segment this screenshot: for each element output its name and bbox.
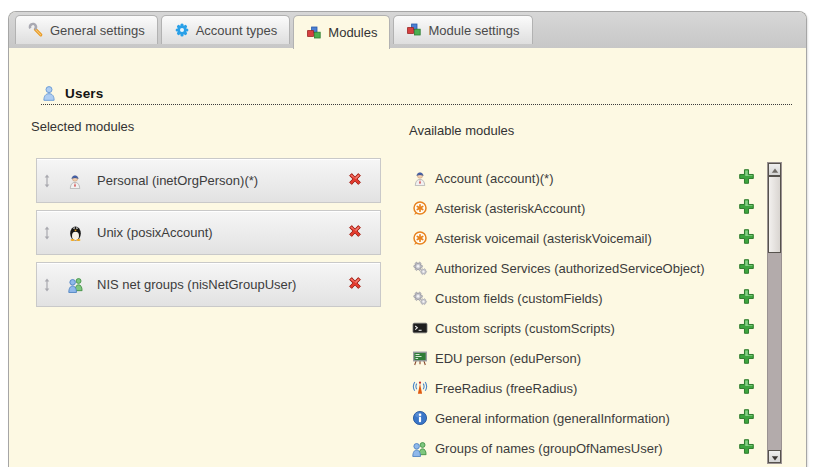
drag-handle-icon[interactable] <box>42 278 52 292</box>
add-module-button[interactable] <box>738 320 755 337</box>
selected-modules-list: Personal (inetOrgPerson)(*)Unix (posixAc… <box>36 158 381 314</box>
add-icon <box>738 168 755 188</box>
delete-icon <box>346 170 364 191</box>
add-icon <box>738 378 755 398</box>
chalkboard-icon <box>411 350 428 367</box>
tux-icon <box>64 223 86 243</box>
add-icon <box>738 408 755 428</box>
available-module-label: Asterisk (asteriskAccount) <box>435 201 734 216</box>
modules-config-page: General settingsAccount typesModulesModu… <box>0 0 816 467</box>
wrench-icon <box>28 22 44 38</box>
scroll-down-icon <box>771 448 779 466</box>
scroll-down-button[interactable] <box>768 450 781 463</box>
available-module-row: General information (generalInformation) <box>409 403 761 433</box>
available-module-row: Authorized Services (authorizedServiceOb… <box>409 253 761 283</box>
available-module-label: Authorized Services (authorizedServiceOb… <box>435 261 734 276</box>
person-cap-icon <box>411 170 428 187</box>
tab-label: General settings <box>50 23 145 38</box>
gear-icon <box>174 22 190 38</box>
tab-general-settings[interactable]: General settings <box>15 15 158 44</box>
info-icon <box>411 410 428 427</box>
section-title: Users <box>65 86 104 101</box>
person-cap-icon <box>64 171 86 191</box>
available-module-row: Groups of names (groupOfNamesUser) <box>409 433 761 463</box>
available-module-label: Custom fields (customFields) <box>435 291 734 306</box>
selected-module-row[interactable]: NIS net groups (nisNetGroupUser) <box>36 262 381 307</box>
selected-module-label: Personal (inetOrgPerson)(*) <box>97 173 346 188</box>
settings-panel: General settingsAccount typesModulesModu… <box>8 11 807 467</box>
add-module-button[interactable] <box>738 170 755 187</box>
add-module-button[interactable] <box>738 410 755 427</box>
gears-gray-icon <box>411 290 428 307</box>
available-module-label: Asterisk voicemail (asteriskVoicemail) <box>435 231 734 246</box>
asterisk-icon <box>411 230 428 247</box>
available-module-row: Custom fields (customFields) <box>409 283 761 313</box>
modules-icon <box>306 25 322 41</box>
add-module-button[interactable] <box>738 380 755 397</box>
scroll-up-button[interactable] <box>768 163 781 176</box>
users-pair-icon <box>64 275 86 295</box>
terminal-icon <box>411 320 428 337</box>
add-module-button[interactable] <box>738 440 755 457</box>
available-module-row: EDU person (eduPerson) <box>409 343 761 373</box>
available-modules-scrollbar[interactable] <box>767 162 782 464</box>
drag-handle-icon[interactable] <box>42 226 52 240</box>
delete-icon <box>346 222 364 243</box>
available-module-label: Custom scripts (customScripts) <box>435 321 734 336</box>
selected-modules-label: Selected modules <box>31 119 134 134</box>
available-module-row: FreeRadius (freeRadius) <box>409 373 761 403</box>
radius-icon <box>411 380 428 397</box>
tab-account-types[interactable]: Account types <box>161 15 291 44</box>
tab-bar: General settingsAccount typesModulesModu… <box>9 12 806 48</box>
add-module-button[interactable] <box>738 350 755 367</box>
add-module-button[interactable] <box>738 260 755 277</box>
available-module-label: General information (generalInformation) <box>435 411 734 426</box>
available-module-label: FreeRadius (freeRadius) <box>435 381 734 396</box>
delete-icon <box>346 274 364 295</box>
available-module-label: Account (account)(*) <box>435 171 734 186</box>
users-pair-icon <box>411 440 428 457</box>
drag-handle-icon[interactable] <box>42 174 52 188</box>
tab-modules[interactable]: Modules <box>293 15 390 49</box>
user-blue-icon <box>41 85 57 101</box>
add-module-button[interactable] <box>738 200 755 217</box>
tab-label: Modules <box>328 25 377 40</box>
add-module-button[interactable] <box>738 290 755 307</box>
available-module-label: EDU person (eduPerson) <box>435 351 734 366</box>
add-icon <box>738 438 755 458</box>
available-module-row: Account (account)(*) <box>409 163 761 193</box>
selected-module-label: NIS net groups (nisNetGroupUser) <box>97 277 346 292</box>
remove-module-button[interactable] <box>346 276 364 294</box>
asterisk-icon <box>411 200 428 217</box>
selected-module-row[interactable]: Unix (posixAccount) <box>36 210 381 255</box>
tab-module-settings[interactable]: Module settings <box>393 15 532 44</box>
available-module-row: Asterisk voicemail (asteriskVoicemail) <box>409 223 761 253</box>
available-modules-label: Available modules <box>409 123 514 138</box>
add-icon <box>738 348 755 368</box>
add-icon <box>738 258 755 278</box>
modules-icon <box>406 22 422 38</box>
users-section-heading: Users <box>41 82 792 105</box>
selected-module-row[interactable]: Personal (inetOrgPerson)(*) <box>36 158 381 203</box>
remove-module-button[interactable] <box>346 172 364 190</box>
scrollbar-thumb[interactable] <box>768 176 781 253</box>
add-icon <box>738 228 755 248</box>
add-module-button[interactable] <box>738 230 755 247</box>
gears-gray-icon <box>411 260 428 277</box>
tab-label: Account types <box>196 23 278 38</box>
remove-module-button[interactable] <box>346 224 364 242</box>
available-module-row: Asterisk (asteriskAccount) <box>409 193 761 223</box>
available-modules-list: Account (account)(*)Asterisk (asteriskAc… <box>409 163 761 463</box>
selected-module-label: Unix (posixAccount) <box>97 225 346 240</box>
add-icon <box>738 288 755 308</box>
tab-label: Module settings <box>428 23 519 38</box>
add-icon <box>738 318 755 338</box>
available-module-row: Custom scripts (customScripts) <box>409 313 761 343</box>
add-icon <box>738 198 755 218</box>
available-module-label: Groups of names (groupOfNamesUser) <box>435 441 734 456</box>
